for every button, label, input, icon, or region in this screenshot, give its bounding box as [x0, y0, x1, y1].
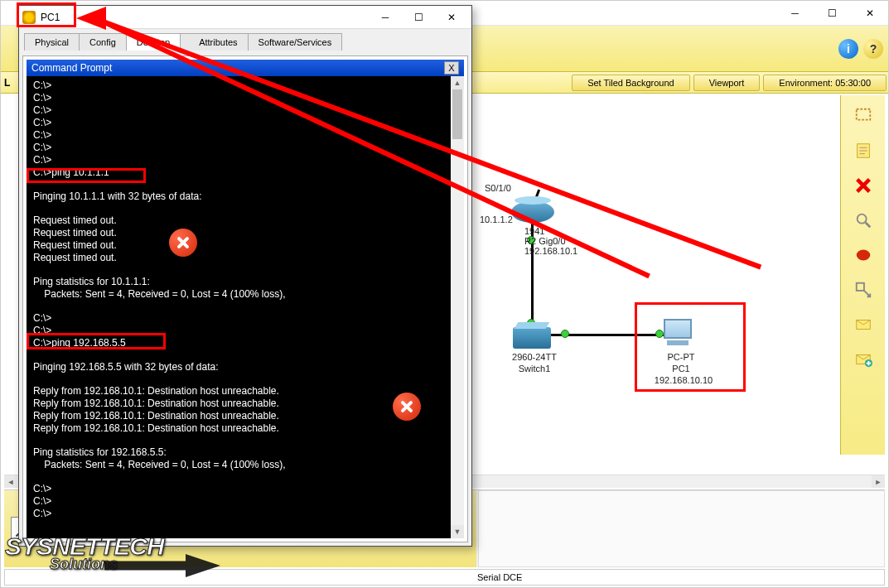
pc-type-label: PC-PT — [652, 352, 710, 362]
term-ping1-r4: Request timed out. — [33, 252, 117, 263]
term-ping2-stats-h: Ping statistics for 192.168.5.5: — [33, 446, 167, 458]
term-ping2-cmd: C:\>ping 192.168.5.5 — [33, 337, 126, 349]
environment-button[interactable]: Environment: 05:30:00 — [763, 75, 887, 91]
magnify-tool-icon[interactable] — [847, 206, 880, 234]
mail-add-tool-icon[interactable] — [847, 345, 880, 374]
switch-name-label: Switch1 — [501, 364, 568, 374]
pc-ip-label: 192.168.10.10 — [642, 375, 725, 385]
note-tool-icon[interactable] — [847, 137, 880, 165]
term-ping2-stats-p: Packets: Sent = 4, Received = 0, Lost = … — [33, 459, 286, 470]
term-mid-prompts: C:\> C:\> — [33, 312, 51, 336]
term-ping1-header: Pinging 10.1.1.1 with 32 bytes of data: — [33, 190, 201, 202]
term-ping1-r2: Request timed out. — [33, 227, 117, 239]
term-ping2-r3: Reply from 192.168.10.1: Destination hos… — [33, 410, 279, 422]
dialog-minimize-button[interactable]: ─ — [369, 7, 402, 27]
link-switch-pc — [541, 334, 664, 336]
router-iface-label: S0/1/0 — [485, 183, 511, 193]
close-button[interactable]: ✕ — [851, 1, 888, 26]
router-ip-label: 10.1.1.2 — [480, 214, 513, 224]
select-tool-icon[interactable] — [847, 102, 880, 130]
router-ip-right-label: 192.168.10.1 — [524, 246, 577, 256]
terminal-scrollbar[interactable]: ▲▼ — [451, 76, 464, 538]
set-tiled-background-button[interactable]: Set Tiled Background — [572, 75, 690, 91]
viewport-button[interactable]: Viewport — [693, 75, 761, 91]
term-ping2-r2: Reply from 192.168.10.1: Destination hos… — [33, 398, 279, 409]
dialog-body: Command Prompt X C:\> C:\> C:\> C:\> C:\… — [22, 55, 468, 542]
term-ping2-r1: Reply from 192.168.10.1: Destination hos… — [33, 385, 279, 397]
svg-line-8 — [865, 223, 870, 228]
annotation-error-icon — [393, 393, 421, 421]
port-status-dot — [655, 330, 664, 338]
term-ping1-stats-p: Packets: Sent = 4, Received = 0, Lost = … — [33, 288, 286, 300]
dialog-maximize-button[interactable]: ☐ — [402, 7, 435, 27]
port-status-dot — [561, 330, 569, 338]
term-prompts-top: C:\> C:\> C:\> C:\> C:\> C:\> C:\> — [33, 80, 51, 166]
minimize-button[interactable]: ─ — [776, 1, 814, 26]
delete-tool-icon[interactable] — [847, 171, 880, 200]
annotation-error-icon — [169, 229, 197, 257]
pc-name-label: PC1 — [652, 364, 710, 374]
status-text: Serial DCE — [477, 572, 522, 582]
annotation-arrowhead — [76, 7, 106, 30]
logical-label-partial: L — [4, 77, 12, 89]
mail-tool-icon[interactable] — [847, 311, 880, 339]
info-icon[interactable]: i — [838, 39, 858, 59]
cmd-close-button[interactable]: X — [444, 61, 459, 75]
switch-model-label: 2960-24TT — [501, 352, 568, 362]
tab-physical[interactable]: Physical — [24, 33, 80, 51]
shape-tool-icon[interactable] — [847, 241, 880, 269]
svg-point-7 — [857, 214, 866, 224]
term-ping1-r3: Request timed out. — [33, 239, 117, 251]
pdu-list-panel[interactable] — [478, 490, 885, 567]
resize-tool-icon[interactable] — [847, 276, 880, 304]
term-ping1-stats-h: Ping statistics for 10.1.1.1: — [33, 276, 150, 287]
svg-point-9 — [856, 250, 870, 261]
status-bar: Serial DCE — [4, 569, 885, 586]
svg-rect-10 — [856, 283, 863, 291]
dialog-tabs: Physical Config Desktop Attributes Softw… — [19, 29, 471, 51]
tab-attributes[interactable]: Attributes — [180, 33, 248, 51]
cmd-terminal[interactable]: C:\> C:\> C:\> C:\> C:\> C:\> C:\> C:\>p… — [27, 76, 464, 538]
term-ping2-r4: Reply from 192.168.10.1: Destination hos… — [33, 422, 279, 434]
switch-device[interactable] — [513, 327, 551, 349]
tab-config[interactable]: Config — [79, 33, 127, 51]
term-ping1-cmd: C:\>ping 10.1.1.1 — [33, 166, 109, 178]
term-ping1-r1: Request timed out. — [33, 214, 117, 226]
router-name-label: R2 — [524, 236, 536, 246]
tool-strip — [840, 95, 885, 455]
svg-rect-0 — [856, 109, 870, 120]
help-icon[interactable]: ? — [863, 39, 883, 59]
dialog-close-button[interactable]: ✕ — [435, 7, 468, 27]
tab-software[interactable]: Software/Services — [248, 33, 343, 51]
maximize-button[interactable]: ☐ — [814, 1, 851, 26]
pc-device[interactable] — [664, 319, 692, 345]
term-ping2-header: Pinging 192.168.5.5 with 32 bytes of dat… — [33, 361, 219, 373]
term-end-prompts: C:\> C:\> C:\> — [33, 483, 51, 519]
pc-icon — [22, 11, 36, 24]
